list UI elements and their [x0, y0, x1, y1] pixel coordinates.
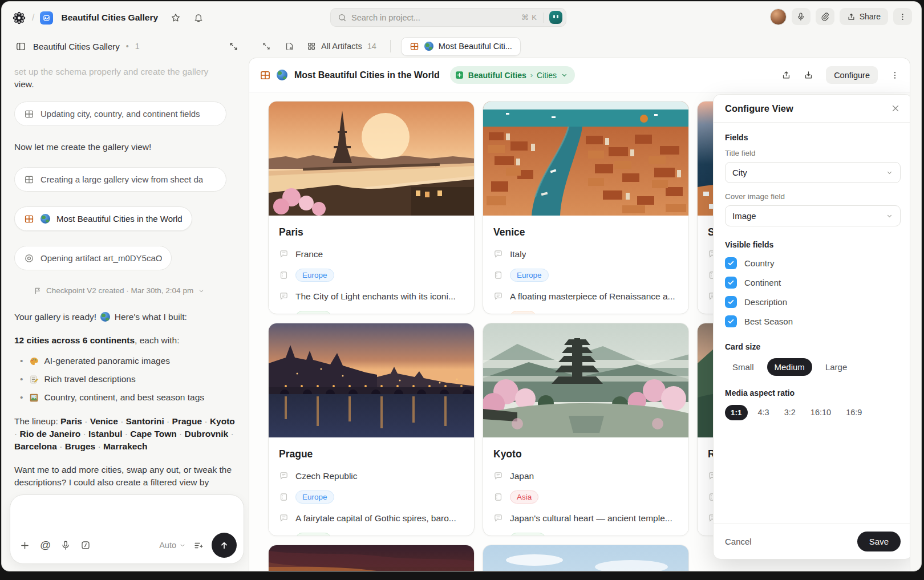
table-icon [410, 42, 419, 51]
ratio-16-10[interactable]: 16:10 [806, 404, 836, 420]
tab-all-artifacts[interactable]: All Artifacts 14 [303, 42, 380, 51]
project-icon[interactable] [40, 11, 53, 25]
fields-section-label: Fields [725, 133, 901, 142]
title-field-select[interactable]: City [725, 162, 901, 183]
send-button[interactable] [212, 533, 237, 558]
continent-tag: Europe [295, 490, 334, 504]
logo-flower-icon[interactable] [12, 11, 26, 25]
new-artifact-icon[interactable] [281, 38, 298, 55]
visible-field-continent[interactable]: Continent [725, 277, 901, 289]
user-avatar[interactable] [770, 9, 787, 25]
conversation-title[interactable]: Beautiful Cities Gallery [33, 42, 120, 51]
visible-field-best-season[interactable]: Best Season [725, 315, 901, 327]
checkbox-checked-icon [725, 296, 737, 308]
cancel-button[interactable]: Cancel [725, 537, 752, 546]
tool-call-pill[interactable]: Opening artifact art_m0DY5caO [14, 246, 172, 270]
list-item: Rich travel descriptions [20, 373, 237, 386]
save-button[interactable]: Save [857, 532, 901, 551]
expand-diagonal-icon[interactable] [258, 38, 275, 55]
close-icon[interactable] [890, 103, 901, 113]
card-size-large[interactable]: Large [818, 358, 854, 376]
select-field-icon [493, 270, 503, 280]
configure-button[interactable]: Configure [826, 66, 878, 84]
city-card-venice[interactable]: Venice Italy Europe A floating masterpie… [483, 101, 689, 314]
dictation-mic-icon[interactable] [60, 540, 71, 550]
share-upload-icon[interactable] [781, 70, 791, 80]
card-size-small[interactable]: Small [725, 358, 761, 376]
text-field-icon [279, 249, 289, 259]
card-title: Prague [279, 448, 464, 460]
globe-icon [424, 42, 433, 51]
season-tag: Spring [295, 311, 331, 314]
chat-composer[interactable]: @ Auto [10, 494, 244, 564]
ratio-4-3[interactable]: 4:3 [753, 404, 774, 420]
slash-command-icon[interactable] [80, 540, 91, 550]
attach-paperclip-button[interactable] [816, 8, 834, 25]
assistant-message: Your gallery is ready! Here's what I bui… [14, 311, 237, 323]
model-mode-select[interactable]: Auto [159, 541, 186, 550]
search-input[interactable]: Search in project... ⌘ K [330, 8, 566, 27]
select-field-icon [279, 270, 289, 280]
flag-icon [34, 287, 42, 295]
city-card-kyoto[interactable]: Kyoto Japan Asia Japan's cultural heart … [483, 323, 689, 536]
add-attachment-icon[interactable] [19, 540, 30, 551]
description-value: A floating masterpiece of Renaissance a.… [510, 291, 675, 302]
visible-field-country[interactable]: Country [725, 257, 901, 269]
checkbox-checked-icon [725, 315, 737, 327]
queue-sparkle-icon[interactable] [193, 540, 204, 551]
voice-mic-button[interactable] [792, 8, 810, 25]
download-icon[interactable] [804, 70, 813, 80]
city-card-partial[interactable] [483, 545, 689, 571]
cover-field-label: Cover image field [725, 192, 901, 201]
source-breadcrumb[interactable]: Beautiful Cities › Cities [450, 66, 575, 84]
assistant-mascot-icon[interactable] [549, 11, 562, 24]
tool-call-pill[interactable]: Creating a large gallery view from sheet… [14, 167, 226, 192]
city-card-paris[interactable]: Paris France Europe The City of Light en… [268, 101, 475, 314]
text-field-icon [279, 291, 289, 301]
country-value: France [295, 249, 323, 259]
description-value: Japan's cultural heart — ancient temple.… [510, 513, 672, 524]
expand-icon[interactable] [225, 38, 242, 55]
notifications-bell-icon[interactable] [190, 9, 207, 26]
cover-field-select[interactable]: Image [725, 205, 901, 226]
paris-image [269, 102, 475, 216]
search-icon [338, 13, 347, 22]
checkpoint-row[interactable]: Checkpoint V2 created · Mar 30th, 2:04 p… [34, 285, 237, 296]
continent-tag: Asia [510, 490, 538, 504]
tool-call-pill[interactable]: Updating city, country, and continent fi… [14, 102, 226, 126]
artifact-pill[interactable]: Most Beautiful Cities in the World [14, 206, 192, 231]
ratio-1-1[interactable]: 1:1 [725, 405, 748, 420]
share-button[interactable]: Share [840, 8, 888, 25]
framed-picture-icon [29, 393, 39, 403]
memo-icon [29, 375, 39, 384]
visible-field-description[interactable]: Description [725, 296, 901, 308]
mention-icon[interactable]: @ [40, 539, 51, 551]
breadcrumb-slash: / [32, 13, 34, 23]
select-field-icon [279, 534, 289, 536]
continent-tag: Europe [510, 269, 549, 282]
palette-icon [29, 356, 39, 366]
city-card-prague[interactable]: Prague Czech Republic Europe A fairytale… [268, 323, 475, 536]
star-icon[interactable] [167, 9, 184, 26]
kebab-menu-icon[interactable] [890, 71, 899, 80]
text-field-icon [493, 471, 503, 481]
ratio-16-9[interactable]: 16:9 [841, 404, 866, 420]
country-value: Italy [510, 249, 526, 259]
city-card-partial[interactable] [268, 545, 475, 571]
card-size-medium[interactable]: Medium [767, 358, 812, 376]
more-menu-button[interactable] [893, 8, 912, 25]
title-field-label: Title field [725, 149, 901, 157]
assistant-message: set up the schema properly and create th… [14, 66, 237, 91]
text-field-icon [493, 513, 503, 523]
search-placeholder: Search in project... [351, 13, 521, 22]
sheet-icon [455, 70, 464, 80]
ratio-3-2[interactable]: 3:2 [780, 404, 800, 420]
card-title: Kyoto [493, 448, 678, 460]
select-field-icon [493, 492, 503, 502]
artifact-title: Most Beautiful Cities in the World [294, 70, 440, 80]
sidebar-toggle-icon[interactable] [14, 38, 27, 55]
feature-list: AI-generated panoramic images Rich trave… [20, 355, 237, 404]
text-field-icon [493, 291, 503, 301]
table-icon [260, 70, 271, 81]
tab-active-artifact[interactable]: Most Beautiful Citi... [401, 37, 521, 56]
